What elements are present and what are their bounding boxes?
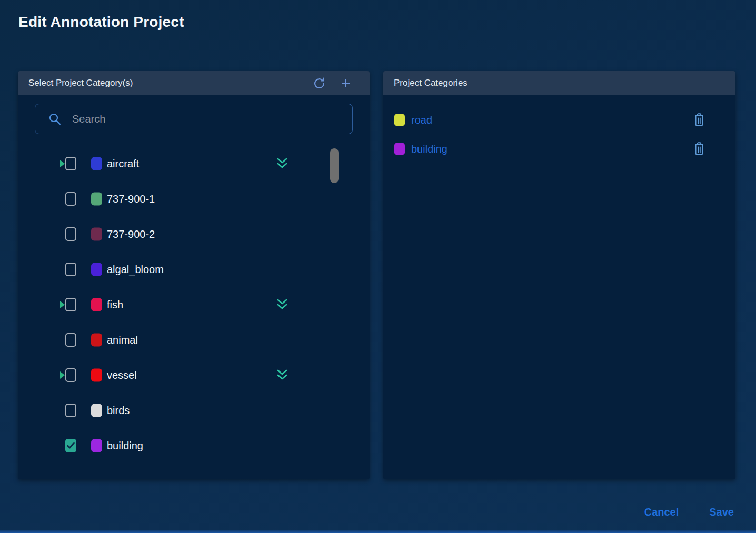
category-color-swatch — [91, 192, 102, 205]
tree-item-label: algal_bloom — [107, 263, 164, 275]
check-icon — [67, 442, 75, 449]
refresh-button[interactable] — [313, 77, 325, 89]
expand-children-button[interactable] — [275, 298, 289, 311]
triangle-right-icon[interactable] — [60, 371, 65, 379]
selected-category-row: road — [383, 105, 735, 134]
category-color-swatch — [91, 298, 102, 311]
select-categories-panel: Select Project Category(s) — [18, 71, 370, 479]
tree-item-label: vessel — [107, 369, 137, 381]
category-color-swatch — [91, 227, 102, 240]
tree-item-label: aircraft — [107, 157, 139, 169]
tree-row[interactable]: building — [18, 428, 370, 463]
expand-children-button[interactable] — [275, 157, 289, 170]
tree-row[interactable]: animal — [18, 322, 370, 357]
selected-category-row: building — [383, 134, 735, 163]
scrollbar-thumb[interactable] — [330, 148, 339, 183]
tree-item-label: animal — [107, 334, 138, 346]
delete-category-button[interactable] — [693, 113, 705, 127]
category-color-swatch — [91, 263, 102, 276]
project-categories-panel: Project Categories road building — [383, 71, 735, 479]
add-category-button[interactable] — [340, 77, 352, 89]
dialog-actions: Cancel Save — [644, 506, 734, 518]
tree-row[interactable]: birds — [18, 393, 370, 428]
refresh-icon — [313, 77, 325, 89]
chevron-double-down-icon — [275, 157, 289, 170]
category-tree: aircraft 737-900-1 — [18, 146, 370, 463]
tree-row[interactable]: vessel — [18, 357, 370, 393]
triangle-right-icon[interactable] — [60, 301, 65, 308]
tree-item-label: birds — [107, 404, 130, 416]
selected-category-label: road — [411, 114, 432, 126]
plus-icon — [340, 77, 352, 89]
selected-category-label: building — [411, 143, 447, 155]
search-icon — [48, 112, 62, 126]
category-color-swatch — [91, 368, 102, 381]
save-button[interactable]: Save — [709, 506, 734, 518]
tree-item-label: fish — [107, 298, 123, 310]
chevron-double-down-icon — [275, 298, 289, 311]
category-color-swatch — [91, 439, 102, 452]
tree-checkbox[interactable] — [65, 404, 76, 417]
select-categories-title: Select Project Category(s) — [28, 78, 313, 88]
tree-row[interactable]: algal_bloom — [18, 252, 370, 287]
tree-checkbox[interactable] — [65, 439, 76, 452]
project-categories-title: Project Categories — [394, 78, 724, 88]
tree-checkbox[interactable] — [65, 368, 76, 382]
tree-row[interactable]: 737-900-1 — [18, 181, 370, 216]
tree-checkbox[interactable] — [65, 298, 76, 311]
category-color-swatch — [91, 333, 102, 346]
tree-checkbox[interactable] — [65, 157, 76, 170]
bottom-accent-bar — [0, 530, 756, 533]
category-color-swatch — [394, 143, 405, 155]
header-actions — [313, 77, 358, 89]
search-input[interactable] — [71, 113, 352, 126]
tree-item-label: building — [107, 439, 143, 451]
trash-icon — [693, 113, 705, 127]
selected-categories-list: road building — [383, 105, 735, 163]
category-color-swatch — [91, 157, 102, 170]
select-categories-header: Select Project Category(s) — [18, 71, 370, 95]
chevron-double-down-icon — [275, 369, 289, 381]
tree-checkbox[interactable] — [65, 333, 76, 347]
delete-category-button[interactable] — [693, 142, 705, 156]
tree-checkbox[interactable] — [65, 227, 76, 241]
search-box — [35, 104, 353, 134]
trash-icon — [693, 142, 705, 156]
expand-children-button[interactable] — [275, 369, 289, 381]
cancel-button[interactable]: Cancel — [644, 506, 679, 518]
tree-checkbox[interactable] — [65, 192, 76, 206]
triangle-right-icon[interactable] — [60, 160, 65, 167]
tree-row[interactable]: aircraft — [18, 146, 370, 181]
tree-row[interactable]: 737-900-2 — [18, 216, 370, 252]
tree-row[interactable]: fish — [18, 287, 370, 322]
category-color-swatch — [394, 114, 405, 126]
project-categories-header: Project Categories — [383, 71, 735, 95]
page-title: Edit Annotation Project — [18, 14, 184, 31]
tree-item-label: 737-900-1 — [107, 193, 155, 205]
tree-checkbox[interactable] — [65, 263, 76, 276]
category-color-swatch — [91, 404, 102, 417]
tree-item-label: 737-900-2 — [107, 228, 155, 240]
